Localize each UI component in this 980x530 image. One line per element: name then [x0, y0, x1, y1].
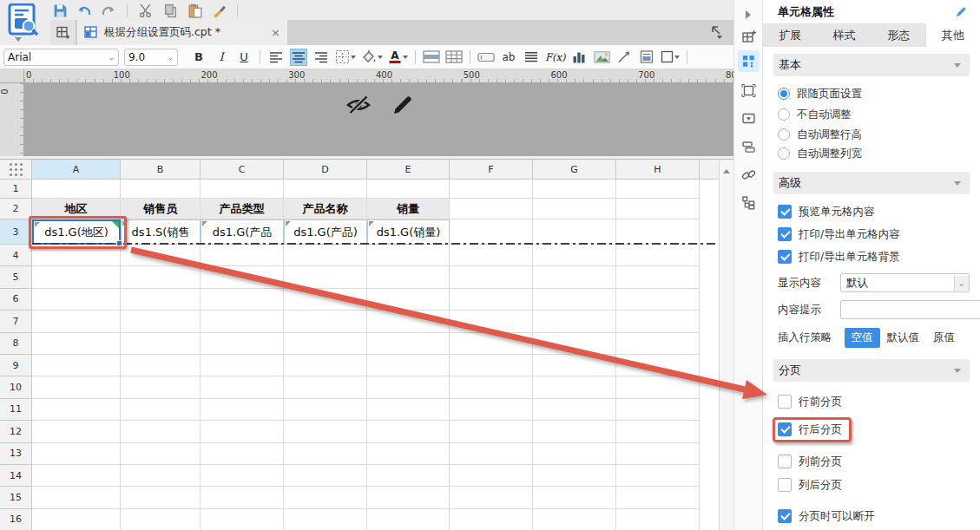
content-tip-input[interactable] [840, 300, 980, 319]
sheet-cell[interactable] [450, 289, 533, 311]
sheet-cell[interactable] [367, 465, 450, 487]
chart-icon[interactable] [570, 49, 588, 66]
sheet-cell[interactable] [32, 180, 121, 199]
sheet-cell[interactable]: 销售员 [121, 199, 201, 219]
copy-icon[interactable] [162, 3, 178, 18]
column-header[interactable]: C [201, 160, 284, 180]
column-header[interactable]: G [533, 160, 616, 180]
sheet-cell[interactable] [201, 311, 284, 332]
sheet-cell[interactable]: 销量 [367, 199, 450, 219]
sheet-cell[interactable] [533, 245, 616, 266]
finereport-logo-icon[interactable] [8, 3, 41, 36]
sheet-cell[interactable] [121, 465, 201, 487]
sheet-cell[interactable] [284, 355, 367, 376]
sheet-cell[interactable] [32, 465, 121, 487]
row-header[interactable]: 10 [0, 376, 32, 398]
sheet-cell[interactable] [284, 487, 367, 508]
tab-form[interactable]: 形态 [871, 23, 926, 47]
sheet-cell[interactable] [201, 487, 284, 508]
sheet-cell[interactable] [533, 399, 616, 421]
cut-icon[interactable] [138, 3, 154, 18]
shape-icon[interactable] [661, 49, 680, 66]
sheet-cell[interactable] [121, 180, 201, 199]
sheet-cell[interactable] [616, 443, 700, 465]
sheet-cell[interactable] [201, 509, 284, 530]
sheet-cell[interactable] [616, 245, 700, 266]
sheet-cell[interactable] [121, 245, 201, 266]
radio-no-auto-adjust[interactable]: 不自动调整 [773, 106, 970, 123]
sheet-cell[interactable] [201, 465, 284, 487]
new-report-button[interactable] [50, 20, 76, 45]
sheet-cell[interactable] [121, 311, 201, 332]
sheet-cell[interactable] [121, 509, 201, 530]
formula-icon[interactable]: F(x) [545, 49, 565, 66]
row-header[interactable]: 2 [0, 199, 32, 219]
condition-attributes-icon[interactable] [738, 136, 760, 158]
sheet-cell[interactable] [367, 245, 450, 266]
format-painter-icon[interactable] [211, 3, 227, 18]
italic-button[interactable]: I [213, 49, 230, 66]
row-header[interactable]: 12 [0, 421, 32, 442]
sheet-cell[interactable] [450, 443, 533, 465]
scroll-up-icon[interactable] [723, 166, 730, 173]
sheet-cell[interactable] [533, 355, 616, 376]
sheet-cell[interactable] [533, 509, 616, 530]
sheet-cell[interactable] [533, 421, 616, 442]
sheet-cell[interactable] [450, 421, 533, 442]
sheet-cell[interactable] [32, 311, 121, 332]
sheet-cell[interactable] [533, 333, 616, 355]
redo-icon[interactable] [101, 3, 116, 18]
checkbox-page-break-after-col[interactable]: 列后分页 [773, 476, 970, 494]
sheet-cell[interactable]: ds1.G(产品 [201, 219, 284, 245]
widget-icon[interactable] [477, 49, 495, 66]
row-header[interactable]: 8 [0, 333, 32, 355]
sheet-cell[interactable] [121, 443, 201, 465]
sheet-cell[interactable] [201, 266, 284, 288]
border-icon[interactable] [335, 49, 356, 66]
ab-text-icon[interactable]: ab [500, 49, 517, 66]
fill-color-icon[interactable] [361, 49, 383, 66]
float-element-icon[interactable] [738, 80, 760, 101]
collapse-panel-icon[interactable] [738, 3, 760, 25]
sheet-cell[interactable] [450, 509, 533, 530]
paste-icon[interactable] [187, 3, 202, 18]
sheet-cell[interactable] [533, 376, 616, 398]
sheet-cell[interactable] [450, 245, 533, 266]
sheet-cell[interactable] [201, 289, 284, 311]
tab-style[interactable]: 样式 [818, 23, 872, 47]
checkbox-preview-content[interactable]: 预览单元格内容 [773, 203, 970, 220]
sheet-cell[interactable] [367, 421, 450, 442]
font-size-select[interactable]: 9.0⌄ [124, 49, 178, 66]
sheet-cell[interactable] [533, 180, 616, 199]
sheet-cell[interactable] [450, 376, 533, 398]
bold-button[interactable]: B [190, 49, 207, 66]
dock-corner-icon[interactable] [709, 25, 723, 43]
sheet-cell[interactable] [367, 333, 450, 355]
sheet-cell[interactable]: 产品类型 [201, 199, 284, 219]
merge-cells-icon[interactable] [423, 49, 440, 66]
sheet-cell[interactable] [32, 487, 121, 508]
row-header[interactable]: 13 [0, 443, 32, 465]
line-icon[interactable] [615, 49, 633, 66]
row-header[interactable]: 9 [0, 355, 32, 376]
column-header[interactable]: E [367, 160, 450, 180]
sheet-cell[interactable] [450, 266, 533, 288]
sheet-cell[interactable] [367, 443, 450, 465]
sheet-cell[interactable] [32, 289, 121, 311]
sheet-cell[interactable] [616, 421, 700, 442]
sheet-cell[interactable] [201, 245, 284, 266]
sheet-cell[interactable] [32, 376, 121, 398]
align-right-icon[interactable] [312, 49, 330, 66]
column-header[interactable]: H [616, 160, 700, 180]
sheet-cell[interactable] [284, 289, 367, 311]
sheet-cell[interactable] [201, 355, 284, 376]
checkbox-can-break-on-paging[interactable]: 分页时可以断开 [773, 507, 970, 525]
row-header[interactable]: 11 [0, 399, 32, 421]
sheet-cell[interactable] [284, 180, 367, 199]
eye-off-icon[interactable] [345, 95, 372, 115]
column-header[interactable]: F [450, 160, 533, 180]
sheet-cell[interactable] [533, 465, 616, 487]
checkbox-page-break-before-col[interactable]: 列前分页 [773, 453, 970, 470]
sheet-cell[interactable] [616, 333, 700, 355]
font-family-select[interactable]: Arial⌄ [3, 49, 119, 66]
